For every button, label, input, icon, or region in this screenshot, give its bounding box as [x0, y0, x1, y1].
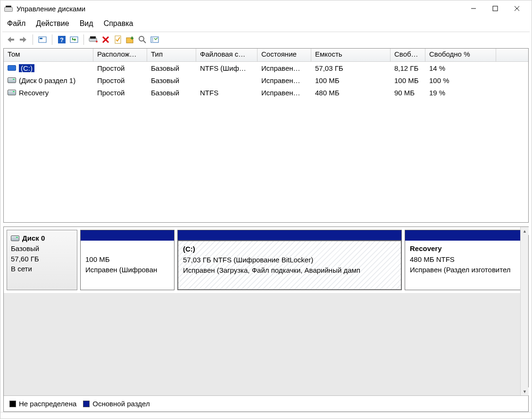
cell-free: 8,12 ГБ: [391, 63, 425, 73]
disk-size: 57,60 ГБ: [11, 254, 73, 264]
partition-header-bar: [178, 230, 401, 241]
svg-rect-12: [90, 36, 96, 39]
cell-tail: [496, 67, 528, 69]
partition-header-bar: [81, 230, 174, 241]
partition-line2: Исправен (Загрузка, Файл подкачки, Авари…: [183, 265, 396, 276]
zoom-icon[interactable]: [137, 34, 148, 45]
cell-free: 100 МБ: [391, 75, 425, 85]
table-header: Том Располож… Тип Файловая с… Состояние …: [4, 49, 528, 62]
partition-line1: 480 МБ NTFS: [410, 254, 520, 265]
column-header-capacity[interactable]: Емкость: [311, 49, 391, 61]
column-header-layout[interactable]: Располож…: [93, 49, 147, 61]
cell-free: 90 МБ: [391, 88, 425, 98]
show-hide-console-icon[interactable]: [37, 34, 48, 45]
cell-freepct: 100 %: [425, 75, 496, 85]
disk-status: В сети: [11, 264, 73, 274]
disk-header[interactable]: Диск 0 Базовый 57,60 ГБ В сети: [7, 230, 77, 290]
new-volume-icon[interactable]: [125, 34, 136, 45]
scroll-up-icon[interactable]: ▲: [521, 227, 529, 235]
disk-type: Базовый: [11, 243, 73, 254]
volume-label-wrap: Recovery: [19, 89, 49, 97]
refresh-icon[interactable]: [68, 34, 80, 45]
options-icon[interactable]: [149, 34, 160, 45]
menubar: Файл Действие Вид Справка: [0, 17, 532, 31]
cell-type: Базовый: [147, 63, 196, 73]
toolbar: ?: [0, 32, 532, 47]
column-header-type[interactable]: Тип: [147, 49, 196, 61]
cell-layout: Простой: [93, 75, 147, 85]
cell-status: Исправен…: [258, 63, 311, 73]
cell-freepct: 19 %: [425, 88, 496, 98]
partition-name: Recovery: [410, 243, 520, 254]
disk-layout-filler: [4, 293, 528, 395]
delete-icon[interactable]: [100, 34, 111, 45]
column-header-tail: [496, 49, 528, 61]
cell-tail: [496, 92, 528, 93]
partition-line2: Исправен (Раздел изготовител: [410, 265, 520, 276]
close-button[interactable]: [506, 0, 528, 17]
cell-freepct: 14 %: [425, 63, 496, 73]
cell-fs: NTFS: [196, 88, 258, 98]
cell-status: Исправен…: [258, 88, 311, 98]
toolbar-separator: [52, 34, 52, 45]
partition-body: 100 МБИсправен (Шифрован: [81, 241, 174, 290]
cell-type: Базовый: [147, 75, 196, 85]
table-body: (C:)ПростойБазовыйNTFS (Шиф…Исправен…57,…: [4, 62, 528, 222]
minimize-button[interactable]: [463, 0, 484, 17]
volume-label: (Диск 0 раздел 1): [19, 76, 75, 84]
partition-body: (C:)57,03 ГБ NTFS (Шифрование BitLocker)…: [177, 240, 402, 290]
maximize-button[interactable]: [484, 0, 506, 17]
legend-unallocated: Не распределена: [9, 400, 76, 408]
cell-fs: NTFS (Шиф…: [196, 63, 258, 73]
disk-settings-icon[interactable]: [88, 34, 99, 45]
svg-point-18: [139, 36, 144, 41]
scroll-down-icon[interactable]: ▼: [521, 387, 529, 395]
partition-line1: 100 МБ: [85, 254, 169, 265]
cell-layout: Простой: [93, 63, 147, 73]
partition-line1: 57,03 ГБ NTFS (Шифрование BitLocker): [183, 255, 396, 266]
partition[interactable]: (C:)57,03 ГБ NTFS (Шифрование BitLocker)…: [177, 230, 402, 290]
cell-fs: [196, 79, 258, 81]
volume-label: Recovery: [19, 89, 49, 97]
svg-rect-4: [10, 39, 14, 41]
properties-icon[interactable]: [112, 34, 124, 45]
volume-icon: [8, 90, 16, 95]
partition-name: (C:): [183, 244, 396, 255]
titlebar: Управление дисками: [0, 0, 532, 17]
volume-icon: [8, 65, 16, 71]
cell-tail: [496, 79, 528, 81]
partition[interactable]: Recovery480 МБ NTFSИсправен (Раздел изго…: [405, 230, 525, 290]
table-row[interactable]: (C:)ПростойБазовыйNTFS (Шиф…Исправен…57,…: [4, 62, 528, 74]
column-header-freepct[interactable]: Свободно %: [425, 49, 496, 61]
column-header-fs[interactable]: Файловая с…: [196, 49, 258, 61]
cell-layout: Простой: [93, 88, 147, 98]
cell-status: Исправен…: [258, 75, 311, 85]
column-header-volume[interactable]: Том: [4, 49, 93, 61]
status-bar: [0, 412, 532, 419]
help-icon[interactable]: ?: [56, 34, 67, 45]
menu-help[interactable]: Справка: [104, 19, 133, 28]
volume-label: (C:): [21, 64, 33, 72]
disk-management-window: Управление дисками Файл Действие Вид Спр…: [0, 0, 532, 419]
partition[interactable]: 100 МБИсправен (Шифрован: [80, 230, 175, 290]
cell-capacity: 480 МБ: [311, 88, 391, 98]
forward-arrow-icon[interactable]: [17, 34, 29, 45]
window-title: Управление дисками: [17, 5, 463, 13]
cell-volume: (Диск 0 раздел 1): [4, 75, 93, 85]
window-controls: [463, 0, 528, 17]
back-arrow-icon[interactable]: [5, 34, 17, 45]
volume-icon: [8, 77, 16, 83]
table-row[interactable]: (Диск 0 раздел 1)ПростойБазовыйИсправен……: [4, 74, 528, 86]
vertical-scrollbar[interactable]: ▲ ▼: [520, 227, 528, 395]
menu-file[interactable]: Файл: [7, 19, 25, 28]
volume-label-wrap: (Диск 0 раздел 1): [19, 76, 75, 84]
menu-view[interactable]: Вид: [80, 19, 93, 28]
column-header-status[interactable]: Состояние: [258, 49, 311, 61]
toolbar-separator: [83, 34, 84, 45]
table-row[interactable]: RecoveryПростойБазовыйNTFSИсправен…480 М…: [4, 86, 528, 99]
menu-action[interactable]: Действие: [36, 19, 69, 28]
partition-line2: Исправен (Шифрован: [85, 265, 169, 276]
column-header-free[interactable]: Свобод…: [391, 49, 425, 61]
toolbar-separator: [33, 34, 33, 45]
legend-swatch-navy: [83, 401, 90, 407]
